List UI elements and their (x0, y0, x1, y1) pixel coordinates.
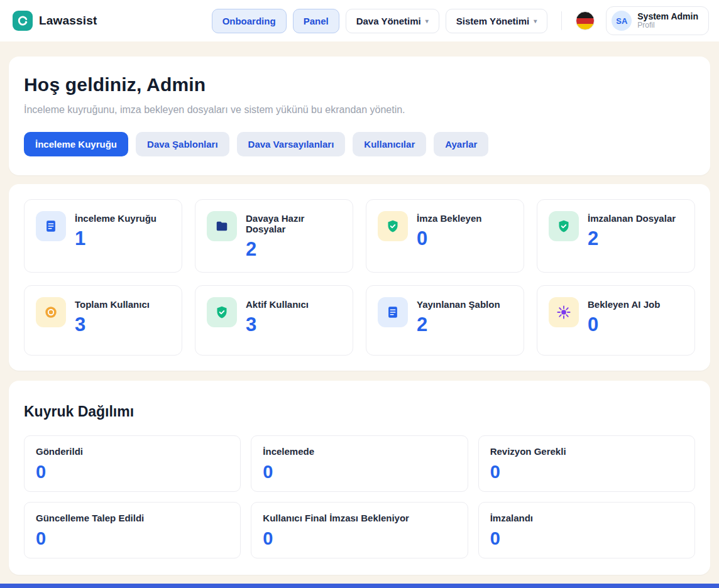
stat-label: Davaya Hazır Dosyalar (246, 213, 341, 234)
queue-value: 0 (490, 528, 683, 549)
queue-distribution-panel: Kuyruk Dağılımı Gönderildi 0 İncelemede … (9, 381, 710, 575)
avatar: SA (612, 11, 632, 31)
queue-card: Güncelleme Talep Edildi 0 (24, 502, 241, 558)
stat-card: İmzalanan Dosyalar 2 (537, 199, 695, 273)
page-subtitle: İnceleme kuyruğunu, imza bekleyen dosyal… (24, 104, 695, 116)
profile-menu[interactable]: SA System Admin Profil (606, 6, 709, 35)
queue-value: 0 (490, 462, 683, 482)
queue-label: Revizyon Gerekli (490, 446, 683, 457)
nav-button-label: Onboarding (222, 16, 276, 26)
sun-icon (549, 297, 579, 327)
coin-icon (36, 297, 66, 327)
queue-label: Gönderildi (36, 446, 229, 457)
queue-label: Güncelleme Talep Edildi (36, 513, 229, 523)
tab-button[interactable]: Dava Şablonları (136, 132, 229, 156)
stat-label: Aktif Kullanıcı (246, 299, 309, 310)
stat-label: İmza Bekleyen (417, 213, 481, 224)
tab-button[interactable]: Dava Varsayılanları (237, 132, 346, 156)
nav-button[interactable]: Onboarding (212, 9, 287, 33)
tab-label: Kullanıcılar (364, 139, 415, 150)
nav-button[interactable]: Dava Yönetimi ▾ (346, 9, 439, 33)
profile-subtitle: Profil (637, 21, 698, 30)
lawassist-logo-icon (13, 11, 33, 31)
stat-card: İmza Bekleyen 0 (366, 199, 524, 273)
language-flag-de-icon[interactable] (576, 11, 595, 30)
nav-button-label: Panel (304, 16, 329, 26)
brand-name: Lawassist (39, 14, 97, 28)
stat-card: Toplam Kullanıcı 3 (24, 285, 182, 356)
queue-value: 0 (36, 528, 229, 549)
tab-button[interactable]: Ayarlar (434, 132, 488, 156)
tab-label: Ayarlar (445, 139, 477, 150)
tab-button[interactable]: Kullanıcılar (353, 132, 426, 156)
file-lines-icon (36, 211, 66, 241)
stat-label: Bekleyen AI Job (588, 299, 660, 310)
nav-button-label: Sistem Yönetimi (456, 16, 529, 26)
stat-value: 0 (417, 227, 481, 250)
stat-value: 3 (75, 313, 150, 336)
stat-value: 3 (246, 313, 309, 336)
stat-label: İmzalanan Dosyalar (588, 213, 676, 224)
stat-value: 0 (588, 313, 660, 336)
stat-value: 1 (75, 227, 156, 250)
footer-strip (0, 584, 719, 588)
queue-label: İmzalandı (490, 513, 683, 523)
shield-check-icon (207, 297, 237, 327)
stat-card: İnceleme Kuyruğu 1 (24, 199, 182, 273)
nav-button-label: Dava Yönetimi (356, 16, 421, 26)
stat-card: Yayınlanan Şablon 2 (366, 285, 524, 356)
queue-card: Kullanıcı Final İmzası Bekleniyor 0 (251, 502, 468, 558)
profile-name: System Admin (637, 11, 698, 21)
queue-card: Gönderildi 0 (24, 435, 241, 492)
top-nav-bar: Lawassist Onboarding Panel Dava Yönetimi… (0, 0, 719, 41)
shield-check-icon (549, 211, 579, 241)
queue-grid: Gönderildi 0 İncelemede 0 Revizyon Gerek… (24, 435, 695, 558)
chevron-down-icon: ▾ (425, 18, 429, 24)
stats-panel: İnceleme Kuyruğu 1 Davaya Hazır Dosyalar… (9, 184, 710, 371)
stat-value: 2 (588, 227, 676, 250)
tab-label: İnceleme Kuyruğu (35, 139, 117, 150)
stat-label: Yayınlanan Şablon (417, 299, 500, 310)
queue-value: 0 (36, 462, 229, 482)
stat-card: Bekleyen AI Job 0 (537, 285, 695, 356)
queue-value: 0 (263, 462, 456, 482)
nav-button[interactable]: Sistem Yönetimi ▾ (446, 9, 547, 33)
page-title: Hoş geldiniz, Admin (24, 74, 695, 95)
stat-value: 2 (417, 313, 500, 336)
tab-button[interactable]: İnceleme Kuyruğu (24, 132, 128, 156)
brand: Lawassist (13, 11, 97, 31)
stat-label: İnceleme Kuyruğu (75, 213, 156, 224)
stat-label: Toplam Kullanıcı (75, 299, 150, 310)
queue-section-title: Kuyruk Dağılımı (24, 403, 695, 420)
file-lines-icon (378, 297, 408, 327)
queue-card: İmzalandı 0 (478, 502, 695, 558)
tab-label: Dava Şablonları (147, 139, 218, 150)
header-divider (561, 11, 562, 30)
section-tabs: İnceleme Kuyruğu Dava Şablonları Dava Va… (24, 132, 695, 156)
stats-grid: İnceleme Kuyruğu 1 Davaya Hazır Dosyalar… (24, 199, 695, 356)
nav-button[interactable]: Panel (293, 9, 339, 33)
stat-card: Davaya Hazır Dosyalar 2 (195, 199, 353, 273)
welcome-panel: Hoş geldiniz, Admin İnceleme kuyruğunu, … (9, 57, 710, 175)
stat-value: 2 (246, 238, 341, 261)
queue-card: Revizyon Gerekli 0 (478, 435, 695, 492)
main-nav: Onboarding Panel Dava Yönetimi ▾ Sistem … (212, 9, 548, 33)
folder-icon (207, 211, 237, 241)
queue-label: İncelemede (263, 446, 456, 457)
tab-label: Dava Varsayılanları (248, 139, 334, 150)
stat-card: Aktif Kullanıcı 3 (195, 285, 353, 356)
queue-label: Kullanıcı Final İmzası Bekleniyor (263, 513, 456, 523)
queue-card: İncelemede 0 (251, 435, 468, 492)
shield-check-icon (378, 211, 408, 241)
queue-value: 0 (263, 528, 456, 549)
chevron-down-icon: ▾ (534, 18, 537, 24)
